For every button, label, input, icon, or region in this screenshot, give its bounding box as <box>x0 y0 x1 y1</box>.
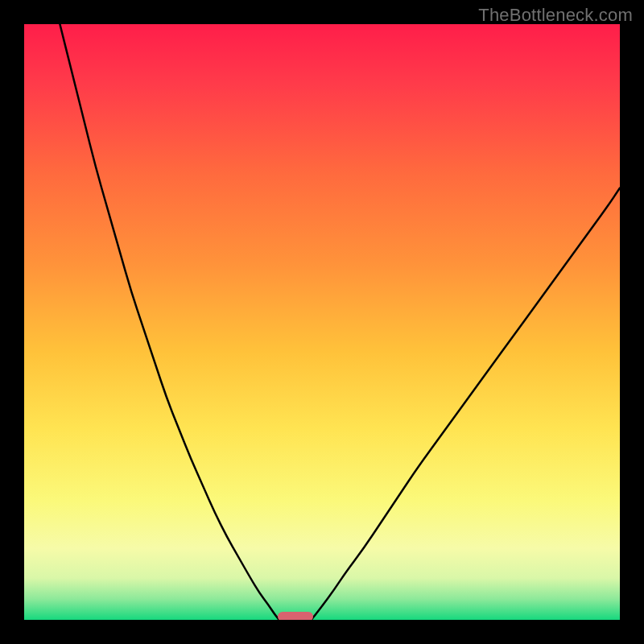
bottleneck-curve-left <box>60 24 279 620</box>
plot-area <box>24 24 620 620</box>
watermark-text: TheBottleneck.com <box>478 5 633 26</box>
chart-frame: TheBottleneck.com <box>0 0 644 644</box>
bottleneck-range-marker <box>278 612 313 620</box>
bottleneck-curve-right <box>312 188 620 621</box>
curve-layer <box>24 24 620 620</box>
